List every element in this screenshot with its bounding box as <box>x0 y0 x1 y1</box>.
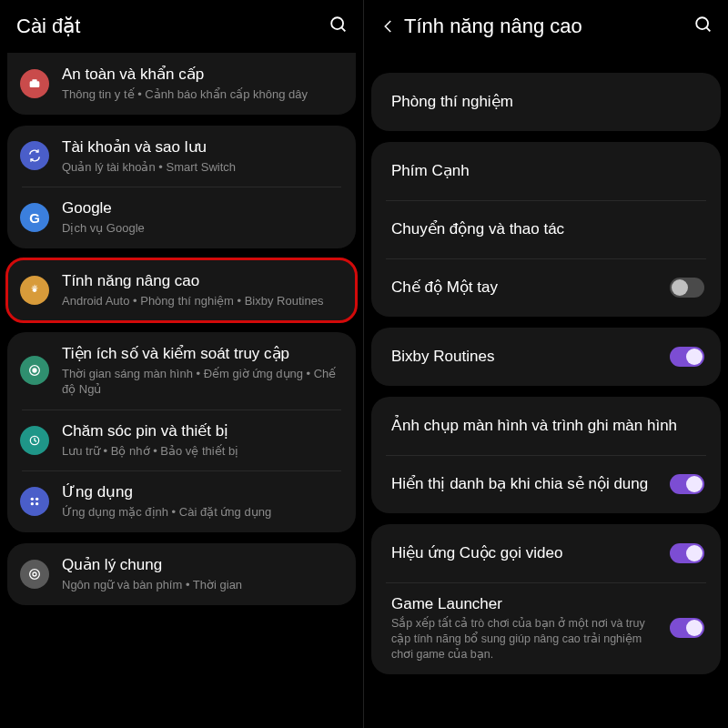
svg-rect-2 <box>30 81 40 87</box>
toggle-video-call[interactable] <box>670 543 704 563</box>
settings-group: Tài khoản và sao lưu Quản lý tài khoản •… <box>7 126 356 248</box>
advanced-item-motions[interactable]: Chuyển động và thao tác <box>371 200 721 258</box>
settings-item-label: Tính năng nâng cao <box>62 271 341 291</box>
settings-item-label: Ứng dụng <box>62 482 341 502</box>
advanced-group: Ảnh chụp màn hình và trình ghi màn hình … <box>371 397 721 513</box>
settings-item-wellbeing[interactable]: Tiện ích số và kiểm soát truy cập Thời g… <box>7 332 356 410</box>
settings-item-label: An toàn và khẩn cấp <box>62 65 341 85</box>
page-title: Cài đặt <box>16 15 329 38</box>
svg-rect-3 <box>32 79 36 82</box>
advanced-item-onehand[interactable]: Chế độ Một tay <box>371 258 721 317</box>
search-icon[interactable] <box>329 15 349 38</box>
svg-point-12 <box>33 572 36 576</box>
settings-item-sub: Dịch vụ Google <box>62 220 341 237</box>
toggle-share-contacts[interactable] <box>670 474 704 494</box>
settings-item-general[interactable]: Quản lý chung Ngôn ngữ và bàn phím • Thờ… <box>7 543 356 605</box>
advanced-group-bixby: Bixby Routines <box>371 328 721 386</box>
settings-item-sub: Android Auto • Phòng thí nghiệm • Bixby … <box>62 293 341 309</box>
settings-item-label: Tài khoản và sao lưu <box>62 137 341 157</box>
svg-line-15 <box>706 27 710 31</box>
adv-sub: Sắp xếp tất cả trò chơi của bạn ở một nơ… <box>391 616 661 662</box>
toggle-onehand[interactable] <box>670 278 704 298</box>
settings-item-google[interactable]: G Google Dịch vụ Google <box>7 187 356 248</box>
svg-point-11 <box>35 502 38 505</box>
toggle-bixby-routines[interactable] <box>670 347 704 367</box>
adv-label: Chế độ Một tay <box>391 278 661 298</box>
advanced-group: Hiệu ứng Cuộc gọi video Game Launcher Sắ… <box>371 524 721 674</box>
settings-item-sub: Lưu trữ • Bộ nhớ • Bảo vệ thiết bị <box>62 443 341 460</box>
settings-item-label: Tiện ích số và kiểm soát truy cập <box>62 344 341 364</box>
settings-item-sub: Quản lý tài khoản • Smart Switch <box>62 159 341 176</box>
safety-icon <box>20 69 49 98</box>
settings-item-label: Google <box>62 198 341 218</box>
sync-icon <box>20 141 49 170</box>
adv-label: Chuyển động và thao tác <box>391 219 704 239</box>
svg-point-6 <box>33 369 36 372</box>
settings-item-sub: Thông tin y tế • Cảnh báo khẩn cấp không… <box>62 86 341 103</box>
advanced-header: Tính năng nâng cao <box>364 0 728 53</box>
settings-group-partial: An toàn và khẩn cấp Thông tin y tế • Cản… <box>7 53 356 115</box>
settings-group-advanced: Tính năng nâng cao Android Auto • Phòng … <box>7 259 356 321</box>
svg-point-8 <box>31 498 34 500</box>
settings-item-advanced[interactable]: Tính năng nâng cao Android Auto • Phòng … <box>7 259 356 321</box>
settings-group: Tiện ích số và kiểm soát truy cập Thời g… <box>7 332 356 532</box>
svg-point-9 <box>35 498 38 500</box>
svg-line-1 <box>341 27 345 31</box>
adv-label: Phím Cạnh <box>391 161 704 181</box>
adv-label: Ảnh chụp màn hình và trình ghi màn hình <box>391 416 704 436</box>
advanced-item-labs[interactable]: Phòng thí nghiệm <box>371 73 721 131</box>
settings-item-label: Chăm sóc pin và thiết bị <box>62 421 341 441</box>
advanced-group: Phòng thí nghiệm <box>371 73 721 131</box>
advanced-item-game-launcher[interactable]: Game Launcher Sắp xếp tất cả trò chơi củ… <box>371 582 721 674</box>
settings-group: Quản lý chung Ngôn ngữ và bàn phím • Thờ… <box>7 543 356 605</box>
advanced-item-sidekey[interactable]: Phím Cạnh <box>371 142 721 200</box>
settings-item-sub: Thời gian sáng màn hình • Đếm giờ ứng dụ… <box>62 366 341 398</box>
settings-item-apps[interactable]: Ứng dụng Ứng dụng mặc định • Cài đặt ứng… <box>7 470 356 532</box>
settings-item-battery[interactable]: Chăm sóc pin và thiết bị Lưu trữ • Bộ nh… <box>7 410 356 471</box>
advanced-item-screenshot[interactable]: Ảnh chụp màn hình và trình ghi màn hình <box>371 397 721 455</box>
settings-item-sub: Ngôn ngữ và bàn phím • Thời gian <box>62 577 341 593</box>
settings-item-safety[interactable]: An toàn và khẩn cấp Thông tin y tế • Cản… <box>7 53 356 115</box>
adv-label: Hiển thị danh bạ khi chia sẻ nội dung <box>391 474 661 494</box>
svg-point-14 <box>696 17 708 29</box>
google-icon: G <box>20 203 49 232</box>
back-icon[interactable] <box>380 18 404 35</box>
settings-header: Cài đặt <box>0 0 363 53</box>
adv-label: Bixby Routines <box>391 347 661 367</box>
page-title: Tính năng nâng cao <box>404 15 693 38</box>
adv-label: Hiệu ứng Cuộc gọi video <box>391 543 661 563</box>
settings-item-label: Quản lý chung <box>62 555 341 575</box>
apps-icon <box>20 487 49 516</box>
adv-label: Phòng thí nghiệm <box>391 92 704 112</box>
advanced-item-share-contacts[interactable]: Hiển thị danh bạ khi chia sẻ nội dung <box>371 455 721 513</box>
advanced-group: Phím Cạnh Chuyển động và thao tác Chế độ… <box>371 142 721 317</box>
settings-item-accounts[interactable]: Tài khoản và sao lưu Quản lý tài khoản •… <box>7 126 356 187</box>
advanced-item-bixby-routines[interactable]: Bixby Routines <box>371 328 721 386</box>
search-icon[interactable] <box>693 15 713 38</box>
adv-label: Game Launcher <box>391 594 661 614</box>
svg-point-0 <box>331 17 343 29</box>
svg-point-13 <box>30 570 40 580</box>
advanced-item-video-call[interactable]: Hiệu ứng Cuộc gọi video <box>371 524 721 582</box>
advanced-icon <box>20 276 49 305</box>
toggle-game-launcher[interactable] <box>670 618 704 638</box>
settings-item-sub: Ứng dụng mặc định • Cài đặt ứng dụng <box>62 504 341 521</box>
svg-point-10 <box>31 502 34 505</box>
battery-icon <box>20 426 49 455</box>
wellbeing-icon <box>20 356 49 385</box>
general-icon <box>20 560 49 589</box>
